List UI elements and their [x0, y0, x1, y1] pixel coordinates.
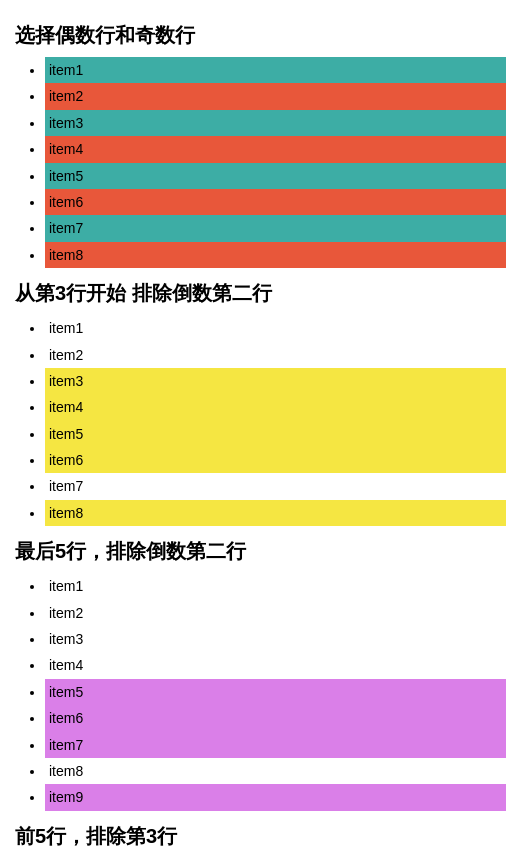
- list-item: item8: [45, 500, 506, 526]
- list-item: item4: [45, 394, 506, 420]
- list-item: item1: [45, 315, 506, 341]
- list-item: item5: [45, 421, 506, 447]
- list-item: item9: [45, 784, 506, 810]
- list-item: item5: [45, 679, 506, 705]
- list-item: item6: [45, 705, 506, 731]
- list-item: item4: [45, 136, 506, 162]
- list-item: item1: [45, 57, 506, 83]
- list-item: item4: [45, 652, 506, 678]
- section1-list: item1 item2 item3 item4 item5 item6 item…: [15, 57, 506, 268]
- list-item: item3: [45, 368, 506, 394]
- list-item: item2: [45, 83, 506, 109]
- list-item: item5: [45, 163, 506, 189]
- section1-title: 选择偶数行和奇数行: [15, 22, 506, 49]
- list-item: item7: [45, 732, 506, 758]
- list-item: item3: [45, 110, 506, 136]
- list-item: item2: [45, 342, 506, 368]
- list-item: item6: [45, 447, 506, 473]
- list-item: item3: [45, 626, 506, 652]
- section4-title: 前5行，排除第3行: [15, 823, 506, 846]
- list-item: item7: [45, 473, 506, 499]
- list-item: item2: [45, 600, 506, 626]
- section3-list: item1 item2 item3 item4 item5 item6 item…: [15, 573, 506, 811]
- list-item: item8: [45, 758, 506, 784]
- list-item: item7: [45, 215, 506, 241]
- section2-title: 从第3行开始 排除倒数第二行: [15, 280, 506, 307]
- section3-title: 最后5行，排除倒数第二行: [15, 538, 506, 565]
- list-item: item8: [45, 242, 506, 268]
- list-item: item6: [45, 189, 506, 215]
- section2-list: item1 item2 item3 item4 item5 item6 item…: [15, 315, 506, 526]
- list-item: item1: [45, 573, 506, 599]
